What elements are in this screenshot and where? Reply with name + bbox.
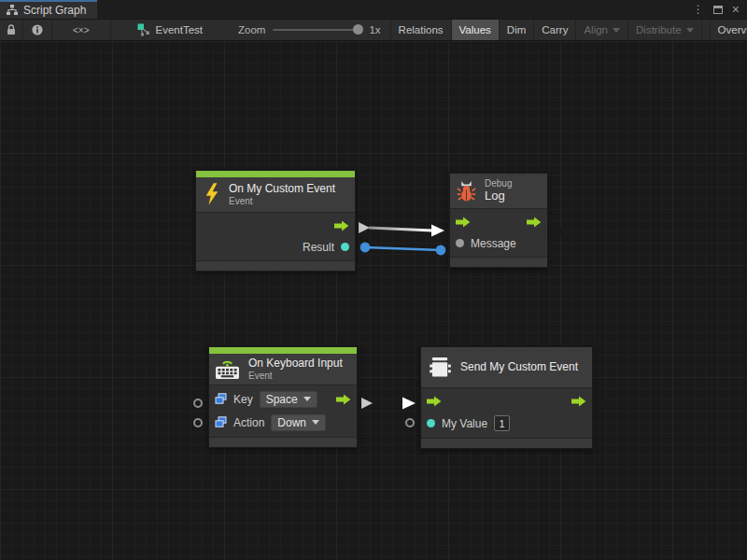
node-send-my-custom-event[interactable]: Send My Custom Event My Value — [420, 346, 593, 449]
inspect-button[interactable] — [23, 20, 52, 40]
connection-start-arrow — [359, 222, 370, 233]
variable-icon — [215, 416, 227, 428]
preview-code-button[interactable]: <×> — [52, 20, 111, 40]
node-body: My Value — [421, 388, 592, 438]
action-dropdown[interactable]: Down — [271, 414, 326, 431]
close-icon[interactable]: × — [732, 3, 740, 16]
node-header: Debug Log — [450, 174, 547, 209]
node-title: Send My Custom Event — [460, 360, 578, 373]
toolbar-right-group: Relations Values Dim Carry Align Distrib… — [390, 20, 747, 40]
info-icon — [32, 24, 43, 35]
lock-button[interactable] — [0, 20, 23, 40]
unity-window: Script Graph ⋮ × <×> EventTest Zoom 1x — [0, 0, 747, 560]
value-input-port[interactable] — [427, 419, 435, 427]
distribute-button[interactable]: Distribute — [628, 20, 702, 40]
chevron-down-icon — [613, 28, 620, 33]
graph-asset-icon — [137, 23, 150, 36]
zoom-slider-handle[interactable] — [353, 24, 363, 35]
value-connection — [365, 247, 441, 250]
distribute-label: Distribute — [636, 24, 682, 35]
graph-tree-icon — [7, 5, 18, 16]
zoom-slider[interactable] — [273, 29, 361, 31]
my-value-port-label: My Value — [442, 417, 487, 430]
lock-icon — [6, 24, 17, 35]
graph-canvas[interactable]: On My Custom Event Event Result — [0, 41, 747, 560]
chevron-down-icon — [686, 28, 694, 33]
value-connection-endpoint — [360, 243, 371, 253]
node-namespace: Debug — [485, 178, 512, 189]
continuation-arrow-icon — [599, 397, 610, 410]
node-title: Log — [485, 189, 512, 203]
values-button[interactable]: Values — [452, 20, 500, 40]
custom-event-icon — [429, 357, 452, 378]
bug-icon — [457, 179, 476, 203]
port-row — [421, 390, 592, 412]
action-dropdown-value: Down — [277, 416, 306, 429]
code-icon: <×> — [73, 25, 90, 35]
window-menu-icon[interactable]: ⋮ — [693, 3, 704, 16]
dim-button[interactable]: Dim — [500, 20, 534, 40]
control-output-port[interactable] — [527, 217, 542, 228]
node-debug-log[interactable]: Debug Log Message — [449, 173, 548, 268]
key-dropdown-value: Space — [266, 393, 298, 406]
node-footer — [421, 438, 592, 448]
node-title: On Keyboard Input — [248, 357, 343, 370]
node-subtitle: Event — [229, 196, 335, 206]
port-row: Result — [196, 236, 355, 258]
relations-button[interactable]: Relations — [390, 20, 452, 40]
my-value-input[interactable] — [494, 415, 510, 431]
port-row — [196, 215, 355, 236]
control-output-port[interactable] — [336, 394, 351, 405]
result-port-label: Result — [303, 241, 334, 254]
align-label: Align — [584, 24, 608, 35]
keyboard-icon — [215, 358, 240, 380]
key-port-label: Key — [233, 393, 253, 406]
unconnected-input-port[interactable] — [193, 399, 203, 408]
node-footer — [209, 437, 357, 447]
tab-bar: Script Graph ⋮ × — [0, 0, 747, 20]
value-output-port[interactable] — [341, 243, 349, 251]
carry-button[interactable]: Carry — [534, 20, 576, 40]
control-output-port[interactable] — [334, 220, 349, 231]
node-on-keyboard-input[interactable]: On Keyboard Input Event Key Space — [208, 346, 358, 448]
event-node-accent-bar — [209, 347, 357, 354]
zoom-value: 1x — [369, 24, 380, 35]
message-port-label: Message — [471, 237, 516, 250]
node-body: Message — [450, 209, 547, 257]
control-connection — [369, 228, 432, 231]
port-row: Message — [450, 232, 547, 254]
graph-name: EventTest — [156, 24, 204, 35]
value-input-port[interactable] — [456, 239, 464, 247]
continuation-arrow-icon — [555, 224, 565, 237]
graph-breadcrumb[interactable]: EventTest — [124, 20, 213, 40]
port-row: Key Space — [209, 387, 357, 411]
node-subtitle: Event — [248, 371, 343, 381]
chevron-down-icon — [312, 420, 319, 425]
key-dropdown[interactable]: Space — [260, 391, 317, 408]
variable-icon — [215, 393, 227, 405]
connection-start-arrow — [361, 398, 373, 409]
connection-end-arrow — [431, 225, 444, 237]
node-footer — [450, 257, 547, 267]
node-body: Result — [196, 213, 355, 260]
tab-script-graph[interactable]: Script Graph — [0, 0, 97, 19]
node-header: Send My Custom Event — [421, 347, 592, 388]
maximize-icon[interactable] — [713, 6, 723, 14]
lightning-bolt-icon — [204, 183, 220, 205]
node-header: On Keyboard Input Event — [209, 354, 357, 385]
unconnected-input-port[interactable] — [193, 418, 203, 427]
port-row — [450, 211, 547, 232]
unconnected-input-port[interactable] — [405, 418, 415, 427]
tab-title: Script Graph — [23, 4, 86, 17]
node-on-my-custom-event[interactable]: On My Custom Event Event Result — [195, 170, 356, 272]
align-button[interactable]: Align — [576, 20, 628, 40]
port-row: Action Down — [209, 411, 357, 434]
window-controls: ⋮ × — [693, 0, 747, 19]
action-port-label: Action — [233, 416, 264, 429]
control-input-port[interactable] — [456, 217, 471, 228]
node-footer — [196, 260, 355, 271]
control-input-port[interactable] — [427, 396, 442, 407]
toolbar-gap — [702, 20, 711, 40]
control-output-port[interactable] — [571, 396, 586, 407]
overview-button[interactable]: Overview — [711, 20, 747, 40]
